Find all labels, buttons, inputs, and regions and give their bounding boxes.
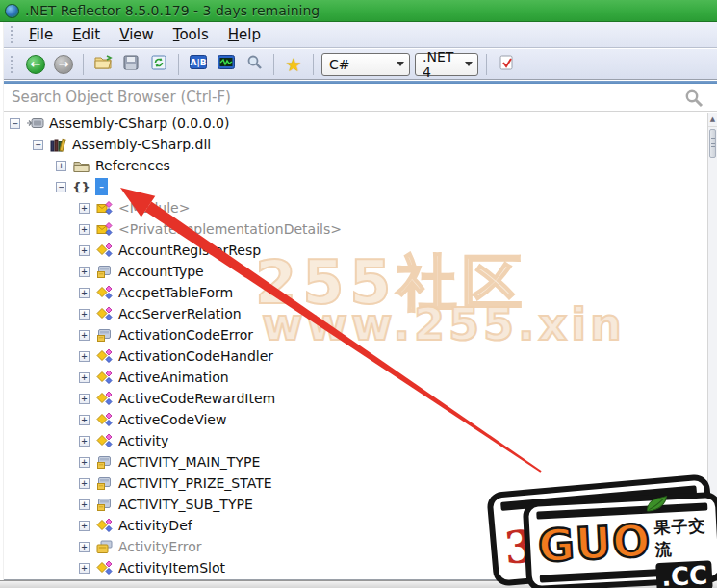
tree-row[interactable]: +ActivityItemSlot (4, 557, 707, 578)
expand-icon[interactable]: + (79, 267, 90, 277)
search-input[interactable] (4, 84, 717, 111)
open-button[interactable] (91, 53, 115, 76)
tree-row[interactable]: +AccountType (4, 261, 707, 282)
vertical-scrollbar[interactable]: ▲ (707, 113, 717, 580)
class-icon (95, 348, 114, 364)
expand-icon[interactable]: + (79, 224, 90, 235)
tree-row[interactable]: +ActivationCodeError (4, 324, 707, 345)
tree-node-label[interactable]: ACTIVITY_SUB_TYPE (118, 497, 253, 512)
expand-icon[interactable]: + (79, 372, 90, 383)
tree-node-label[interactable]: Activity (118, 433, 168, 448)
tree-row[interactable]: +AccpetTableForm (4, 282, 707, 303)
collapse-icon[interactable]: − (33, 140, 43, 150)
expand-icon[interactable]: + (79, 563, 90, 574)
tree-row[interactable]: +<PrivateImplementationDetails> (4, 218, 707, 240)
expand-icon[interactable]: + (79, 436, 90, 447)
favorites-button[interactable]: ★ (282, 53, 305, 76)
class-icon (95, 370, 114, 385)
toolbar-search-button[interactable] (243, 53, 266, 76)
tree-node-label[interactable]: ActivityDef (118, 518, 192, 533)
references-icon (72, 160, 90, 172)
tree-row[interactable]: +AccountRegisterResp (4, 240, 707, 261)
check-page-button[interactable] (495, 53, 518, 76)
module-icon (95, 200, 114, 216)
expand-icon[interactable]: + (79, 542, 90, 552)
save-icon (123, 55, 139, 74)
tree-node-label[interactable]: ActiveCodeView (118, 412, 226, 427)
toolbar-separator (313, 54, 314, 75)
expand-icon[interactable]: + (79, 203, 90, 214)
ab-compare-button[interactable]: A|B (187, 53, 210, 76)
tree-node-label[interactable]: AccpetTableForm (118, 285, 233, 300)
menu-item-tools[interactable]: Tools (164, 24, 218, 45)
tree-row[interactable]: +ActivityError (4, 536, 707, 557)
expand-icon[interactable]: + (56, 161, 66, 171)
tree-row[interactable]: +ActivationCodeHandler (4, 345, 707, 367)
tree-row[interactable]: +References (4, 155, 707, 176)
tree-row[interactable]: +ActiveAnimation (4, 367, 707, 388)
enum-icon (95, 328, 114, 343)
tree-node-label[interactable]: References (95, 158, 170, 173)
tree-node-label[interactable]: ActivityItemSlot (118, 560, 225, 575)
expand-icon[interactable]: + (79, 521, 90, 531)
disassembler-button[interactable] (215, 53, 238, 76)
expand-icon[interactable]: + (79, 351, 90, 362)
expand-icon[interactable]: + (79, 394, 90, 404)
scrollbar-up-icon[interactable]: ▲ (708, 113, 717, 127)
save-button[interactable] (119, 53, 142, 76)
tree-node-label[interactable]: <PrivateImplementationDetails> (118, 221, 342, 237)
back-button[interactable]: ← (24, 53, 47, 76)
tree-row[interactable]: +ACTIVITY_SUB_TYPE (4, 494, 707, 515)
tree-row[interactable]: +ActiveCodeView (4, 409, 707, 430)
expand-icon[interactable]: + (79, 499, 90, 510)
tree-node-label[interactable]: AccountRegisterResp (118, 243, 261, 258)
expand-icon[interactable]: + (79, 457, 90, 468)
tree-row[interactable]: +ActivityDef (4, 515, 707, 536)
toolbar-separator (273, 54, 274, 75)
tree-node-label[interactable]: - (95, 178, 108, 195)
refresh-button[interactable] (147, 53, 170, 76)
tree-node-label[interactable]: Assembly-CSharp.dll (72, 137, 211, 152)
tree-row[interactable]: −{}- (4, 176, 707, 197)
framework-select[interactable]: .NET 4 (415, 53, 478, 76)
tree-row[interactable]: +Activity (4, 430, 707, 451)
tree-node-label[interactable]: ActivationCodeHandler (118, 348, 273, 364)
tree-node-label[interactable]: ACTIVITY_MAIN_TYPE (118, 454, 260, 470)
tree-node-label[interactable]: ACTIVITY_PRIZE_STATE (118, 475, 272, 491)
menu-item-edit[interactable]: Edit (63, 24, 110, 45)
language-select[interactable]: C# (321, 53, 410, 76)
tree-node-label[interactable]: ActiveAnimation (118, 370, 229, 385)
chevron-down-icon (397, 62, 404, 66)
menu-item-view[interactable]: View (110, 24, 164, 45)
tree-node-label[interactable]: Assembly-CSharp (0.0.0.0) (49, 115, 229, 131)
expand-icon[interactable]: + (79, 245, 90, 256)
collapse-icon[interactable]: − (56, 182, 66, 192)
tree-node-label[interactable]: AccountType (118, 264, 204, 279)
forward-button[interactable]: → (52, 53, 75, 76)
expand-icon[interactable]: + (79, 330, 90, 341)
tree-row[interactable]: −Assembly-CSharp (0.0.0.0) (4, 113, 707, 134)
menu-item-file[interactable]: File (19, 24, 63, 45)
tree-node-label[interactable]: <Module> (118, 200, 190, 216)
net-reflector-window: .NET Reflector 8.5.0.179 - 3 days remain… (0, 0, 717, 588)
framework-select-value: .NET 4 (423, 49, 459, 80)
expand-icon[interactable]: + (79, 415, 90, 425)
tree-row[interactable]: +AccServerRelation (4, 303, 707, 324)
tree-node-label[interactable]: ActiveCodeRewardItem (118, 391, 275, 406)
svg-text:A|B: A|B (190, 58, 206, 67)
scrollbar-thumb[interactable] (709, 129, 716, 158)
tree-row[interactable]: +ActiveCodeRewardItem (4, 388, 707, 409)
tree-node-label[interactable]: ActivationCodeError (118, 327, 253, 343)
collapse-icon[interactable]: − (10, 118, 20, 129)
tree-node-label[interactable]: AccServerRelation (118, 306, 242, 321)
tree-row[interactable]: +ACTIVITY_MAIN_TYPE (4, 451, 707, 473)
menu-item-help[interactable]: Help (218, 24, 270, 45)
expand-icon[interactable]: + (79, 309, 90, 320)
tree-row[interactable]: −Assembly-CSharp.dll (4, 134, 707, 155)
tree-row[interactable]: +ACTIVITY_PRIZE_STATE (4, 473, 707, 494)
tree-row[interactable]: +<Module> (4, 197, 707, 218)
object-browser-panel: −Assembly-CSharp (0.0.0.0)−Assembly-CSha… (4, 84, 717, 580)
expand-icon[interactable]: + (79, 478, 90, 489)
expand-icon[interactable]: + (79, 288, 90, 298)
tree-node-label[interactable]: ActivityError (118, 539, 201, 554)
